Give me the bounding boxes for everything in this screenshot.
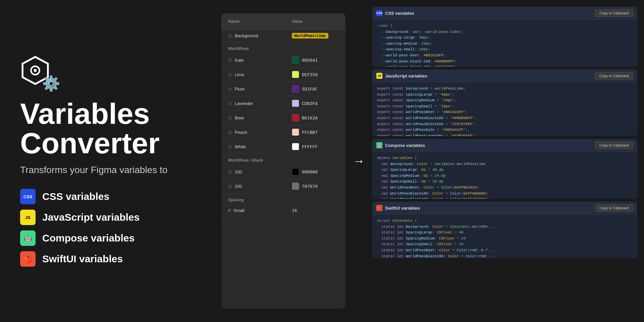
section-label-worldpeas: WorldPeas [221, 42, 345, 53]
table-row[interactable]: ◎ Lavender CDB3FA [221, 96, 345, 111]
feature-css: CSS CSS variables [20, 189, 201, 204]
compose-code-content: object Variables { val Background: Color… [372, 152, 637, 199]
js-code-content: export const background = worldPeasLime;… [372, 83, 637, 136]
table-row[interactable]: ◎ Peach FFCBB7 [221, 125, 345, 140]
row-name-label: Background [235, 33, 258, 38]
swift-label: SwiftUI variables [42, 253, 123, 265]
variable-icon: ◎ [228, 144, 232, 149]
css-badge-icon: CSS [376, 10, 382, 16]
hex-value: B6162A [302, 115, 318, 120]
row-value: 707070 [292, 182, 339, 190]
css-badge: CSS [20, 189, 36, 204]
js-badge: JS [20, 210, 36, 225]
section-label-spacing: Spacing [221, 194, 345, 204]
svg-point-2 [34, 69, 37, 72]
table-row[interactable]: ◎ Plum 5D1F8C [221, 82, 345, 96]
swift-badge: 🍎 [20, 251, 36, 267]
variable-icon: # [228, 208, 231, 213]
logo-area: ⚙️ [20, 55, 201, 89]
section-label-black: WorldPeas / Black [221, 154, 345, 165]
row-name-label: 100 [235, 169, 242, 174]
row-value: 16 [292, 208, 339, 213]
row-name-label: White [235, 144, 246, 149]
js-code-block: JS JavaScript variables Copy to Clipboar… [372, 69, 637, 136]
row-name: ◎ Peach [228, 129, 292, 135]
row-name: ◎ 100 [228, 169, 292, 174]
table-row[interactable]: ◎ Lime DEF358 [221, 67, 345, 82]
js-label: JavaScript variables [42, 212, 140, 223]
variable-icon: ◎ [228, 101, 232, 106]
hex-value: 707070 [302, 184, 318, 189]
table-row[interactable]: ◎ Beet B6162A [221, 111, 345, 125]
color-swatch [292, 100, 299, 107]
row-name: ◎ Kale [228, 57, 292, 63]
js-block-title: JS JavaScript variables [376, 73, 427, 79]
css-copy-button[interactable]: Copy to Clipboard [595, 9, 633, 17]
variable-icon: ◎ [228, 183, 232, 189]
color-swatch [292, 182, 299, 190]
hex-value: FFFFFF [302, 144, 318, 149]
css-code-content: :root { --background: var(--world-peas-l… [372, 20, 637, 67]
table-row[interactable]: ◎ 200 707070 [221, 179, 345, 194]
css-label: CSS variables [42, 191, 109, 202]
row-value: B6162A [292, 114, 339, 121]
color-swatch [292, 85, 299, 93]
variable-icon: ◎ [228, 33, 232, 39]
hex-value: 5D1F8C [302, 87, 318, 92]
color-swatch [292, 71, 299, 78]
left-panel: ⚙️ Variables Converter Transforms your F… [0, 0, 221, 322]
row-value: 005641 [292, 56, 339, 64]
table-row[interactable]: ◎ Background WorldPeas/Lime [221, 30, 345, 42]
row-name-label: 200 [235, 184, 242, 189]
color-swatch [292, 168, 299, 175]
table-row[interactable]: ◎ Kale 005641 [221, 53, 345, 67]
compose-block-label: Compose variables [385, 143, 425, 148]
swift-badge-icon: 🍎 [376, 205, 382, 211]
row-value: 5D1F8C [292, 85, 339, 93]
table-row[interactable]: # Small 16 [221, 204, 345, 217]
row-name: ◎ Background [228, 33, 292, 39]
variable-icon: ◎ [228, 129, 232, 135]
row-name: ◎ 200 [228, 183, 292, 189]
compose-copy-button[interactable]: Copy to Clipboard [595, 142, 633, 149]
row-value: FFFFFF [292, 143, 339, 150]
row-name: ◎ Beet [228, 115, 292, 120]
row-name: ◎ Lime [228, 72, 292, 77]
swift-block-title: 🍎 SwiftUI variables [376, 205, 420, 211]
variable-icon: ◎ [228, 57, 232, 63]
compose-block-header: 🤖 Compose variables Copy to Clipboard [372, 139, 637, 152]
variables-table: Name Value ◎ Background WorldPeas/Lime W… [221, 13, 345, 309]
swift-copy-button[interactable]: Copy to Clipboard [595, 204, 633, 212]
variable-icon: ◎ [228, 72, 232, 77]
table-body: ◎ Background WorldPeas/Lime WorldPeas ◎ … [221, 30, 345, 309]
feature-list: CSS CSS variables JS JavaScript variable… [20, 189, 201, 267]
css-block-title: CSS CSS variables [376, 10, 414, 16]
android-label: Compose variables [42, 232, 135, 244]
table-header: Name Value [221, 13, 345, 30]
feature-swift: 🍎 SwiftUI variables [20, 251, 201, 267]
table-row[interactable]: ◎ White FFFFFF [221, 140, 345, 154]
hex-value: CDB3FA [302, 101, 318, 106]
js-copy-button[interactable]: Copy to Clipboard [595, 72, 633, 79]
row-name-label: Beet [235, 115, 244, 120]
value-chip: WorldPeas/Lime [292, 33, 328, 39]
variable-icon: ◎ [228, 86, 232, 92]
row-name: ◎ White [228, 144, 292, 149]
swift-code-block: 🍎 SwiftUI variables Copy to Clipboard st… [372, 202, 637, 258]
color-swatch [292, 114, 299, 121]
js-badge-icon: JS [376, 73, 382, 79]
col-value-header: Value [292, 19, 339, 24]
hex-value: DEF358 [302, 72, 318, 77]
app-subtitle: Transforms your Figma variables to [20, 165, 201, 175]
arrow-icon: → [353, 154, 365, 168]
variable-icon: ◎ [228, 115, 232, 120]
hex-value: FFCBB7 [302, 130, 318, 135]
android-badge: 🤖 [20, 230, 36, 246]
number-value: 16 [292, 208, 297, 213]
row-name: # Small [228, 208, 292, 213]
js-block-header: JS JavaScript variables Copy to Clipboar… [372, 69, 637, 83]
right-panel: CSS CSS variables Copy to Clipboard :roo… [372, 0, 644, 322]
logo-icon: ⚙️ [20, 55, 54, 89]
table-row[interactable]: ◎ 100 000000 [221, 165, 345, 179]
color-swatch [292, 128, 299, 136]
